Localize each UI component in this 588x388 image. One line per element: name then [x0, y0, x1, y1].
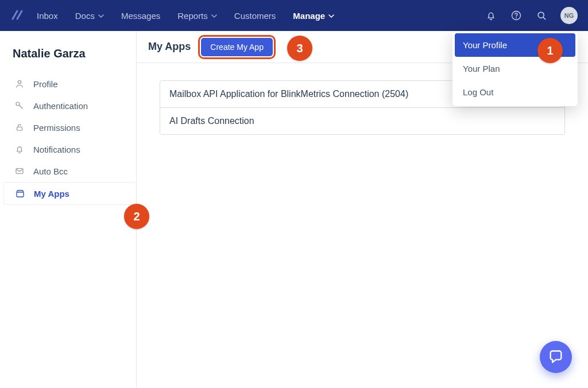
nav-label: Inbox — [37, 11, 58, 21]
nav-label: Manage — [293, 11, 325, 21]
nav-label: Messages — [121, 11, 160, 21]
bell-icon[interactable] — [485, 9, 497, 22]
avatar-initials: NG — [564, 12, 574, 19]
sidebar-item-label: Profile — [33, 79, 58, 89]
help-icon[interactable] — [510, 9, 523, 22]
app-name: Mailbox API Application for BlinkMetrics… — [169, 89, 408, 99]
sidebar-item-label: Authentication — [33, 101, 88, 111]
dropdown-log-out[interactable]: Log Out — [455, 80, 575, 104]
svg-point-1 — [516, 17, 517, 18]
nav-inbox[interactable]: Inbox — [37, 11, 58, 21]
svg-rect-7 — [17, 192, 24, 197]
bell-icon — [14, 144, 25, 154]
nav-reports[interactable]: Reports — [177, 11, 217, 21]
sidebar-item-label: Permissions — [33, 123, 80, 133]
nav-label: Docs — [75, 11, 95, 21]
svg-point-3 — [18, 80, 21, 83]
chevron-down-icon — [98, 11, 104, 21]
chevron-down-icon — [211, 11, 217, 21]
nav-links: Inbox Docs Messages Reports Customers Ma… — [37, 11, 334, 21]
app-name: AI Drafts Connection — [169, 116, 254, 126]
callout-number: 1 — [547, 44, 553, 57]
svg-rect-6 — [16, 169, 23, 174]
search-icon[interactable] — [535, 9, 548, 22]
sidebar: Natalie Garza Profile Authentication Per… — [0, 31, 137, 388]
sidebar-item-authentication[interactable]: Authentication — [7, 95, 136, 117]
page-title: My Apps — [148, 41, 191, 53]
dropdown-label: Your Profile — [463, 40, 507, 50]
key-icon — [14, 100, 25, 111]
callout-badge-2: 2 — [124, 204, 149, 229]
top-nav: Inbox Docs Messages Reports Customers Ma… — [0, 0, 588, 31]
nav-manage[interactable]: Manage — [293, 11, 334, 21]
create-button-wrap: Create My App — [201, 38, 273, 56]
chevron-down-icon — [328, 11, 334, 21]
chat-icon — [548, 349, 564, 365]
sidebar-item-notifications[interactable]: Notifications — [7, 138, 136, 160]
apps-icon — [14, 188, 26, 199]
nav-docs[interactable]: Docs — [75, 11, 104, 21]
sidebar-item-permissions[interactable]: Permissions — [7, 117, 136, 138]
sidebar-item-profile[interactable]: Profile — [7, 73, 136, 95]
lock-icon — [14, 122, 25, 133]
callout-number: 2 — [133, 210, 140, 223]
create-my-app-button[interactable]: Create My App — [201, 38, 273, 56]
nav-customers[interactable]: Customers — [234, 11, 276, 21]
avatar[interactable]: NG — [560, 7, 578, 24]
sidebar-item-label: Notifications — [33, 145, 80, 154]
svg-rect-5 — [17, 127, 22, 130]
callout-badge-3: 3 — [287, 36, 312, 61]
user-icon — [14, 79, 25, 89]
sidebar-title: Natalie Garza — [7, 45, 136, 73]
sidebar-item-label: My Apps — [34, 189, 69, 199]
dropdown-label: Your Plan — [463, 64, 500, 73]
sidebar-item-my-apps[interactable]: My Apps — [3, 182, 136, 205]
app-row[interactable]: AI Drafts Connection — [160, 107, 564, 134]
nav-label: Reports — [177, 11, 208, 21]
app-logo[interactable] — [10, 9, 24, 22]
sidebar-item-auto-bcc[interactable]: Auto Bcc — [7, 160, 136, 182]
mail-icon — [14, 166, 25, 176]
callout-badge-1: 1 — [537, 38, 563, 63]
nav-messages[interactable]: Messages — [121, 11, 160, 21]
dropdown-label: Log Out — [463, 87, 493, 97]
callout-number: 3 — [296, 42, 303, 55]
chat-fab[interactable] — [540, 341, 572, 373]
nav-label: Customers — [234, 11, 276, 21]
nav-utilities: NG — [485, 7, 578, 24]
sidebar-item-label: Auto Bcc — [33, 166, 68, 176]
svg-point-2 — [538, 12, 544, 18]
